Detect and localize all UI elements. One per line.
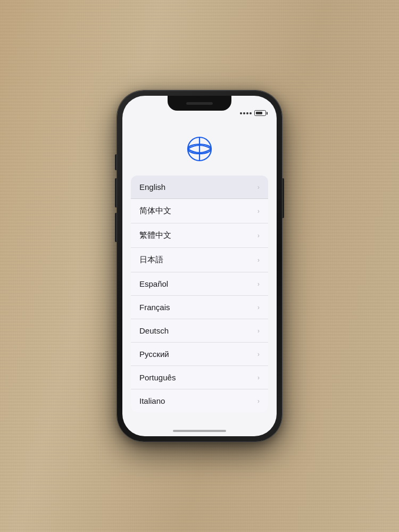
language-name-japanese: 日本語 — [139, 255, 163, 265]
language-name-simplified-chinese: 简体中文 — [139, 206, 171, 216]
phone-screen: English › 简体中文 › 繁體中文 › 日本語 › Español — [122, 96, 277, 436]
chevron-icon-japanese: › — [257, 256, 260, 264]
chevron-icon-portuguese: › — [257, 373, 260, 381]
language-item-russian[interactable]: Русский › — [131, 343, 268, 366]
language-item-spanish[interactable]: Español › — [131, 272, 268, 296]
language-list: English › 简体中文 › 繁體中文 › 日本語 › Español — [131, 176, 268, 412]
language-item-french[interactable]: Français › — [131, 296, 268, 319]
language-name-german: Deutsch — [139, 326, 169, 335]
signal-dot-2 — [243, 112, 245, 114]
power-button[interactable] — [282, 178, 284, 218]
language-item-simplified-chinese[interactable]: 简体中文 › — [131, 199, 268, 223]
signal-dot-1 — [240, 112, 242, 114]
notch — [168, 96, 231, 111]
globe-area — [122, 128, 277, 170]
phone-frame: English › 简体中文 › 繁體中文 › 日本語 › Español — [117, 90, 282, 442]
language-item-english[interactable]: English › — [131, 176, 268, 199]
home-indicator — [173, 430, 226, 432]
chevron-icon-french: › — [257, 303, 260, 311]
language-name-portuguese: Português — [139, 373, 176, 382]
chevron-icon-english: › — [257, 183, 260, 191]
signal-dot-3 — [246, 112, 248, 114]
battery-indicator — [240, 110, 266, 116]
language-item-german[interactable]: Deutsch › — [131, 319, 268, 343]
chevron-icon-spanish: › — [257, 280, 260, 288]
chevron-icon-italian: › — [257, 397, 260, 405]
language-item-portuguese[interactable]: Português › — [131, 366, 268, 389]
chevron-icon-simplified-chinese: › — [257, 207, 260, 215]
language-name-russian: Русский — [139, 350, 169, 359]
language-name-italian: Italiano — [139, 396, 165, 405]
language-name-english: English — [139, 182, 165, 192]
language-name-french: Français — [139, 303, 170, 312]
language-item-traditional-chinese[interactable]: 繁體中文 › — [131, 223, 268, 248]
language-name-spanish: Español — [139, 279, 168, 288]
language-item-japanese[interactable]: 日本語 › — [131, 248, 268, 272]
speaker — [186, 102, 213, 105]
language-item-italian[interactable]: Italiano › — [131, 389, 268, 412]
signal-dot-4 — [250, 112, 252, 114]
chevron-icon-german: › — [257, 327, 260, 335]
signal-dots — [240, 112, 252, 114]
battery-icon — [254, 110, 266, 116]
battery-fill — [256, 112, 262, 114]
language-name-traditional-chinese: 繁體中文 — [139, 230, 171, 240]
globe-icon — [185, 135, 214, 163]
phone-shell: English › 简体中文 › 繁體中文 › 日本語 › Español — [117, 90, 282, 442]
chevron-icon-traditional-chinese: › — [257, 231, 260, 239]
chevron-icon-russian: › — [257, 350, 260, 358]
